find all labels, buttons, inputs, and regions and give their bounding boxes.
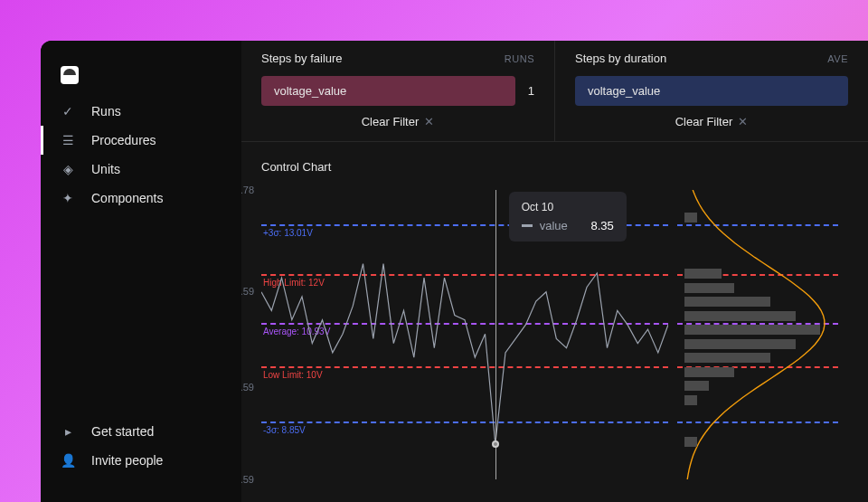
nav-bottom: ▸ Get started 👤 Invite people <box>41 417 241 484</box>
close-icon: ✕ <box>424 115 434 128</box>
close-icon: ✕ <box>738 115 748 128</box>
histogram-bar <box>684 325 820 335</box>
nav-label: Runs <box>91 104 121 118</box>
main-content: Steps by failure RUNS voltage_value 1 Cl… <box>241 41 868 502</box>
control-chart[interactable]: 13.78 11.59 9.59 7.59 +3σ: 13.01V High L… <box>261 190 668 479</box>
histogram-bar <box>684 269 722 279</box>
chart-title: Control Chart <box>261 160 848 174</box>
histogram-bar <box>684 381 709 391</box>
panel-sub: AVE <box>827 53 848 64</box>
chart-section: Control Chart 13.78 11.59 9.59 7.59 +3σ:… <box>241 142 868 497</box>
histogram-bar <box>684 311 796 321</box>
histogram-bar <box>684 339 796 349</box>
nav-label: Invite people <box>91 453 163 468</box>
y-tick: 13.78 <box>241 185 254 195</box>
filter-chip-failure[interactable]: voltage_value <box>261 76 515 106</box>
cursor-line <box>495 190 496 479</box>
histogram-bar <box>684 367 734 377</box>
nav-units[interactable]: ◈ Units <box>41 155 241 184</box>
target-icon: ✦ <box>61 191 75 205</box>
tooltip-label: value <box>540 219 568 232</box>
nav-label: Procedures <box>91 133 156 147</box>
nav-procedures[interactable]: ☰ Procedures <box>41 126 241 155</box>
cube-icon: ◈ <box>61 162 75 176</box>
nav-runs[interactable]: ✓ Runs <box>41 97 241 126</box>
nav-label: Components <box>91 191 163 205</box>
nav-components[interactable]: ✦ Components <box>41 184 241 213</box>
histogram-bar <box>684 213 697 223</box>
tooltip-date: Oct 10 <box>522 201 614 213</box>
chart-tooltip: Oct 10 value 8.35 <box>509 192 627 242</box>
histogram-bar <box>684 353 770 363</box>
panel-sub: RUNS <box>505 53 534 64</box>
cursor-dot <box>492 440 499 448</box>
histogram <box>684 190 838 479</box>
clear-filter-failure[interactable]: Clear Filter✕ <box>261 115 534 128</box>
app-window: ✓ Runs ☰ Procedures ◈ Units ✦ Components… <box>41 41 868 502</box>
chip-count: 1 <box>528 84 534 98</box>
histogram-bar <box>684 437 697 447</box>
histogram-bar <box>684 395 697 405</box>
filter-chip-duration[interactable]: voltage_value <box>575 76 848 106</box>
y-tick: 11.59 <box>241 286 254 297</box>
y-tick: 7.59 <box>241 474 254 485</box>
check-icon: ✓ <box>61 104 75 118</box>
tooltip-value: 8.35 <box>590 219 613 232</box>
nav-label: Units <box>91 162 120 176</box>
list-icon: ☰ <box>61 133 75 147</box>
panel-failure: Steps by failure RUNS voltage_value 1 Cl… <box>241 41 555 141</box>
y-tick: 9.59 <box>241 382 254 393</box>
app-logo <box>61 66 79 84</box>
histogram-bar <box>684 297 770 307</box>
nav-invite[interactable]: 👤 Invite people <box>41 446 241 475</box>
panel-duration: Steps by duration AVE voltage_value Clea… <box>555 41 868 141</box>
summary-panels: Steps by failure RUNS voltage_value 1 Cl… <box>241 41 868 142</box>
clear-filter-duration[interactable]: Clear Filter✕ <box>575 115 848 128</box>
person-add-icon: 👤 <box>61 453 75 468</box>
play-icon: ▸ <box>61 424 75 439</box>
panel-title: Steps by failure <box>261 52 343 65</box>
histogram-bar <box>684 283 734 293</box>
tooltip-swatch <box>522 224 533 227</box>
panel-title: Steps by duration <box>575 52 666 65</box>
nav-get-started[interactable]: ▸ Get started <box>41 417 241 446</box>
sidebar: ✓ Runs ☰ Procedures ◈ Units ✦ Components… <box>41 41 241 502</box>
nav-label: Get started <box>91 424 154 439</box>
nav-main: ✓ Runs ☰ Procedures ◈ Units ✦ Components <box>41 97 241 417</box>
